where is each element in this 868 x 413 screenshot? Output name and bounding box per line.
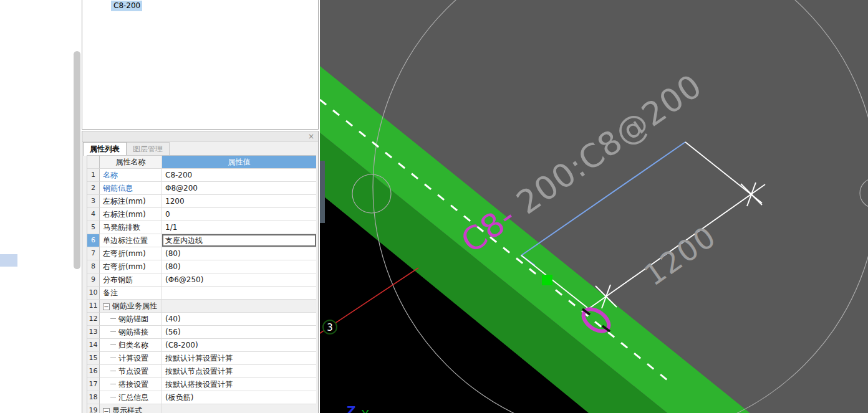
collapse-minus-icon[interactable]: − (103, 303, 110, 310)
property-name: 右弯折(mm) (100, 260, 162, 273)
table-row[interactable]: 2钢筋信息Φ8@200 (87, 182, 316, 195)
table-row[interactable]: 18汇总信息(板负筋) (87, 391, 316, 404)
row-number: 19 (87, 404, 100, 413)
gizmo-y-axis-label: Y (361, 407, 369, 413)
list-item-selected[interactable]: C8-200 (111, 1, 142, 11)
row-number: 16 (87, 365, 100, 378)
property-name: 分布钢筋 (100, 273, 162, 287)
tab-property-list[interactable]: 属性列表 (83, 142, 127, 156)
property-name: −钢筋业务属性 (100, 300, 162, 313)
left-rail (0, 0, 82, 413)
table-header-row: 属性名称 属性值 (87, 156, 316, 169)
row-number: 7 (87, 247, 100, 260)
tree-branch-line (110, 371, 116, 371)
row-number: 9 (87, 273, 100, 287)
table-row[interactable]: 13钢筋搭接(56) (87, 326, 316, 339)
tree-branch-line (110, 358, 116, 358)
property-name: −显示样式 (100, 404, 162, 413)
table-row[interactable]: 7左弯折(mm)(80) (87, 247, 316, 260)
row-number: 14 (87, 339, 100, 352)
table-row[interactable]: 3左标注(mm)1200 (87, 195, 316, 208)
property-value[interactable]: (40) (162, 313, 316, 326)
table-row[interactable]: 11−钢筋业务属性 (87, 300, 316, 313)
gizmo-z-axis-label: Z (347, 403, 356, 413)
row-number: 15 (87, 352, 100, 365)
property-name: 节点设置 (100, 365, 162, 378)
table-row[interactable]: 9分布钢筋(Φ6@250) (87, 273, 316, 287)
property-value[interactable]: 支座内边线 (162, 234, 316, 247)
property-value[interactable]: C8-200 (162, 169, 316, 182)
property-name: 钢筋信息 (100, 182, 162, 195)
close-icon[interactable]: × (308, 132, 314, 141)
property-value[interactable]: 按默认搭接设置计算 (162, 378, 316, 391)
row-number: 4 (87, 208, 100, 221)
table-row[interactable]: 16节点设置按默认节点设置计算 (87, 365, 316, 378)
property-value[interactable] (162, 300, 316, 313)
table-row[interactable]: 5马凳筋排数1/1 (87, 221, 316, 234)
properties-table: 属性名称 属性值 1名称C8-2002钢筋信息Φ8@2003左标注(mm)120… (87, 155, 316, 413)
property-value[interactable]: 按默认节点设置计算 (162, 365, 316, 378)
tree-branch-line (110, 318, 116, 319)
row-number: 12 (87, 313, 100, 326)
property-value[interactable] (162, 287, 316, 300)
tree-branch-line (110, 344, 116, 345)
property-value[interactable]: (80) (162, 247, 316, 260)
table-row[interactable]: 14归类名称(C8-200) (87, 339, 316, 352)
property-name: 左弯折(mm) (100, 247, 162, 260)
table-row[interactable]: 17搭接设置按默认搭接设置计算 (87, 378, 316, 391)
header-value-cell: 属性值 (162, 156, 316, 169)
property-name: 搭接设置 (100, 378, 162, 391)
property-value[interactable]: 0 (162, 208, 316, 221)
canvas-scrollbar-thumb[interactable] (320, 161, 325, 223)
property-name: 钢筋搭接 (100, 326, 162, 339)
tree-branch-line (110, 397, 116, 397)
property-value[interactable]: Φ8@200 (162, 182, 316, 195)
row-number: 2 (87, 182, 100, 195)
property-value[interactable]: (C8-200) (162, 339, 316, 352)
table-row[interactable]: 19−显示样式 (87, 404, 316, 413)
row-number: 1 (87, 169, 100, 182)
property-value[interactable]: (80) (162, 260, 316, 273)
panel-header-strip: × (82, 131, 318, 142)
row-number: 6 (87, 234, 100, 247)
component-list-panel: C8-200 (82, 0, 319, 130)
table-row[interactable]: 10备注 (87, 287, 316, 300)
property-name: 单边标注位置 (100, 234, 162, 247)
property-name: 右标注(mm) (100, 208, 162, 221)
properties-panel: × 属性列表 图层管理 属性名称 属性值 1名称C8-2002钢筋信息Φ8@20… (82, 131, 319, 413)
row-number: 11 (87, 300, 100, 313)
table-row[interactable]: 1名称C8-200 (87, 169, 316, 182)
table-row[interactable]: 15计算设置按默认计算设置计算 (87, 352, 316, 365)
header-number-cell (87, 156, 100, 169)
axis-3-label: 3 (327, 322, 333, 333)
drawing-viewport[interactable]: 3 1200 C8- 200:C8@200 (320, 0, 868, 413)
row-number: 5 (87, 221, 100, 234)
drawing-canvas[interactable]: 3 1200 C8- 200:C8@200 (320, 0, 868, 413)
property-value[interactable]: (板负筋) (162, 391, 316, 404)
row-number: 8 (87, 260, 100, 273)
property-value[interactable]: 按默认计算设置计算 (162, 352, 316, 365)
row-number: 18 (87, 391, 100, 404)
table-row[interactable]: 12钢筋锚固(40) (87, 313, 316, 326)
table-row[interactable]: 4右标注(mm)0 (87, 208, 316, 221)
tab-layer-manage[interactable]: 图层管理 (127, 142, 170, 156)
property-value[interactable] (162, 404, 316, 413)
tree-branch-line (110, 331, 116, 332)
property-name: 左标注(mm) (100, 195, 162, 208)
row-number: 3 (87, 195, 100, 208)
row-number: 17 (87, 378, 100, 391)
property-value[interactable]: 1200 (162, 195, 316, 208)
property-name: 归类名称 (100, 339, 162, 352)
table-row[interactable]: 6单边标注位置支座内边线 (87, 234, 316, 247)
property-value[interactable]: 1/1 (162, 221, 316, 234)
table-row[interactable]: 8右弯折(mm)(80) (87, 260, 316, 273)
list-scrollbar-thumb[interactable] (74, 51, 80, 269)
tree-branch-line (110, 384, 116, 384)
collapse-minus-icon[interactable]: − (103, 408, 110, 413)
property-value[interactable]: (Φ6@250) (162, 273, 316, 287)
minimized-panel-marker[interactable] (0, 254, 17, 267)
selection-grip[interactable] (542, 275, 552, 285)
property-name: 名称 (100, 169, 162, 182)
property-value[interactable]: (56) (162, 326, 316, 339)
row-number: 13 (87, 326, 100, 339)
